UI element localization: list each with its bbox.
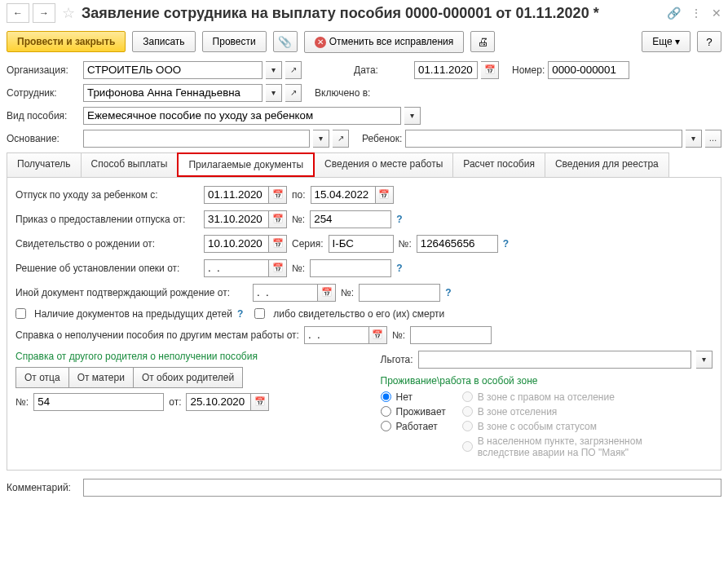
tab-benefit-calc[interactable]: Расчет пособия — [452, 152, 545, 177]
birth-cert-no-input[interactable] — [417, 235, 498, 253]
nav-back-button[interactable]: ← — [7, 3, 29, 23]
cancel-corrections-button[interactable]: ✕Отменить все исправления — [304, 31, 465, 53]
more-button[interactable]: Еще ▾ — [642, 31, 690, 52]
attachment-button[interactable]: 📎 — [273, 31, 298, 52]
no-benefit-cert-label: Справка о неполучении пособия по другим … — [15, 329, 299, 341]
child-input[interactable] — [405, 130, 682, 148]
guardian-no-input[interactable] — [310, 259, 391, 277]
date-input[interactable] — [414, 61, 478, 79]
other-doc-no-input[interactable] — [359, 284, 440, 302]
ref-no-label: №: — [15, 396, 29, 408]
zone-special-radio — [462, 421, 473, 431]
series-label: Серия: — [292, 238, 324, 250]
benefit-type-dropdown-button[interactable]: ▾ — [404, 107, 421, 125]
employee-open-button[interactable]: ↗ — [285, 84, 302, 102]
birth-cert-date-input[interactable] — [204, 235, 269, 253]
no-benefit-cal-button[interactable]: 📅 — [369, 326, 387, 344]
prev-children-checkbox[interactable] — [15, 308, 26, 319]
prev-children-help-icon[interactable]: ? — [237, 308, 243, 320]
from-father-button[interactable]: От отца — [15, 367, 69, 388]
guardian-no-label: №: — [292, 263, 305, 274]
death-cert-checkbox[interactable] — [254, 308, 265, 319]
privilege-input[interactable] — [418, 351, 691, 369]
org-input[interactable] — [83, 61, 263, 79]
order-help-icon[interactable]: ? — [396, 214, 402, 225]
ref-date-input[interactable] — [186, 393, 251, 411]
order-no-label: №: — [292, 214, 305, 225]
leave-from-cal-button[interactable]: 📅 — [269, 186, 287, 204]
death-cert-label: либо свидетельство о его (их) смерти — [273, 308, 444, 320]
menu-dots-icon[interactable]: ⋮ — [690, 7, 702, 20]
leave-from-label: Отпуск по уходу за ребенком с: — [15, 189, 199, 201]
nav-forward-button[interactable]: → — [33, 3, 55, 23]
link-icon[interactable]: 🔗 — [667, 7, 681, 20]
leave-to-cal-button[interactable]: 📅 — [376, 186, 394, 204]
favorite-star-icon[interactable]: ☆ — [62, 4, 75, 22]
comment-label: Комментарий: — [7, 482, 80, 493]
basis-dropdown-button[interactable]: ▾ — [313, 130, 329, 148]
no-benefit-date-input[interactable] — [304, 326, 369, 344]
to-label: по: — [292, 189, 306, 201]
other-doc-help-icon[interactable]: ? — [445, 287, 451, 298]
basis-label: Основание: — [7, 133, 80, 144]
close-icon[interactable]: ✕ — [712, 7, 721, 20]
ref-no-input[interactable] — [33, 393, 164, 411]
birth-cert-cal-button[interactable]: 📅 — [269, 235, 287, 253]
guardian-date-input[interactable] — [204, 259, 269, 277]
tab-recipient[interactable]: Получатель — [7, 152, 82, 177]
other-parent-cert-link[interactable]: Справка от другого родителя о неполучени… — [15, 351, 348, 362]
date-calendar-button[interactable]: 📅 — [481, 61, 499, 79]
from-mother-button[interactable]: От матери — [69, 367, 134, 388]
benefit-type-input[interactable] — [83, 107, 401, 125]
help-button[interactable]: ? — [697, 31, 721, 52]
privilege-label: Льгота: — [381, 354, 413, 365]
number-input[interactable] — [548, 61, 629, 79]
org-open-button[interactable]: ↗ — [285, 61, 302, 79]
write-button[interactable]: Записать — [132, 31, 195, 52]
no-benefit-no-input[interactable] — [410, 326, 492, 344]
privilege-dropdown-button[interactable]: ▾ — [696, 351, 713, 369]
ref-cal-button[interactable]: 📅 — [251, 393, 269, 411]
zone-relocation-radio — [462, 391, 473, 402]
zone-works-radio[interactable] — [381, 421, 391, 431]
org-dropdown-button[interactable]: ▾ — [266, 61, 282, 79]
child-dropdown-button[interactable]: ▾ — [686, 130, 702, 148]
order-cal-button[interactable]: 📅 — [269, 210, 287, 228]
other-doc-no-label: №: — [341, 287, 354, 298]
comment-input[interactable] — [83, 479, 721, 497]
org-label: Организация: — [7, 64, 80, 76]
tab-attached-documents[interactable]: Прилагаемые документы — [177, 152, 315, 177]
guardian-help-icon[interactable]: ? — [396, 263, 402, 274]
post-and-close-button[interactable]: Провести и закрыть — [7, 31, 126, 52]
no-benefit-no-label: №: — [392, 329, 405, 341]
print-button[interactable]: 🖨 — [470, 31, 495, 52]
date-label: Дата: — [354, 64, 411, 76]
tab-registry-info[interactable]: Сведения для реестра — [545, 152, 669, 177]
tab-work-info[interactable]: Сведения о месте работы — [314, 152, 453, 177]
employee-dropdown-button[interactable]: ▾ — [266, 84, 282, 102]
basis-open-button[interactable]: ↗ — [333, 130, 349, 148]
order-date-input[interactable] — [204, 210, 269, 228]
tab-payment-method[interactable]: Способ выплаты — [81, 152, 179, 177]
post-button[interactable]: Провести — [202, 31, 267, 52]
guardian-cal-button[interactable]: 📅 — [269, 259, 287, 277]
employee-label: Сотрудник: — [7, 87, 80, 99]
order-no-input[interactable] — [310, 210, 391, 228]
zone-lives-radio[interactable] — [381, 406, 391, 417]
leave-from-input[interactable] — [204, 186, 269, 204]
other-doc-date-input[interactable] — [253, 284, 318, 302]
child-clear-button[interactable]: … — [705, 130, 721, 148]
series-input[interactable] — [329, 235, 394, 253]
order-label: Приказ о предоставлении отпуска от: — [15, 214, 199, 225]
child-label: Ребенок: — [362, 133, 402, 144]
leave-to-input[interactable] — [311, 186, 376, 204]
zone-none-radio[interactable] — [381, 391, 391, 402]
birth-cert-help-icon[interactable]: ? — [503, 238, 509, 250]
window-title: Заявление сотрудника на выплату пособия … — [82, 5, 657, 22]
basis-input[interactable] — [83, 130, 310, 148]
from-both-button[interactable]: От обоих родителей — [134, 367, 243, 388]
employee-input[interactable] — [83, 84, 263, 102]
zone-section-title: Проживание\работа в особой зоне — [381, 375, 713, 387]
number-label: Номер: — [512, 64, 545, 76]
other-doc-cal-button[interactable]: 📅 — [318, 284, 336, 302]
